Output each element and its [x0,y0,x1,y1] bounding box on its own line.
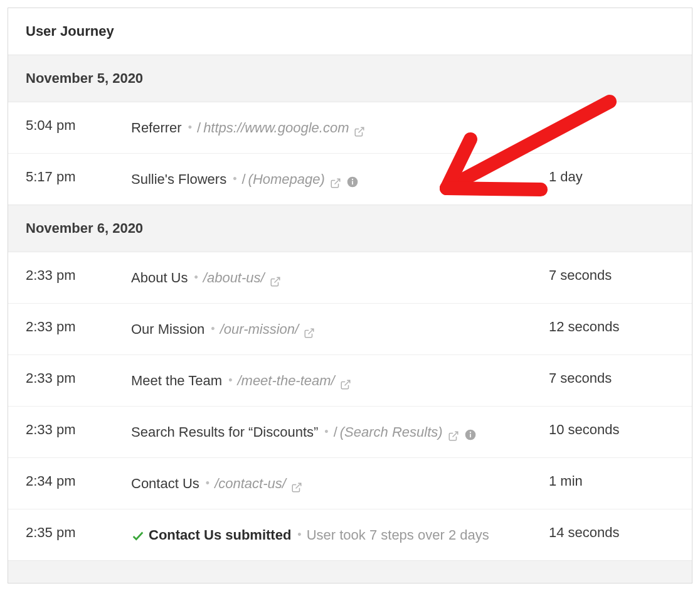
external-link-icon[interactable] [330,174,341,185]
svg-line-0 [359,127,364,132]
info-icon[interactable] [346,173,359,186]
journey-entry: 5:04 pmReferrer•/https://www.google.com [8,102,692,154]
separator-dot: • [233,173,236,185]
panel-header: User Journey [8,8,692,55]
separator-dot: • [206,477,209,489]
entry-main: Referrer•/https://www.google.com [131,117,549,138]
entry-path: /our-mission/ [220,321,299,337]
journey-entry: 2:35 pmContact Us submitted•User took 7 … [8,509,692,560]
entry-path: /https://www.google.com [197,120,349,136]
entry-duration: 10 seconds [549,422,674,438]
date-group-header: November 5, 2020 [8,55,692,102]
entry-path: /(Search Results) [334,424,443,440]
entry-path: /about-us/ [203,270,265,285]
separator-dot: • [211,322,215,335]
svg-rect-3 [352,181,353,185]
svg-line-12 [295,483,300,488]
journey-entry: 2:34 pmContact Us•/contact-us/1 min [8,458,692,509]
entry-time: 2:34 pm [26,473,131,489]
svg-line-6 [309,329,314,334]
entry-title: Referrer [131,120,182,136]
svg-line-7 [344,380,349,385]
entry-title: Search Results for “Discounts” [131,424,318,440]
external-link-icon[interactable] [291,478,302,489]
entry-duration: 7 seconds [549,267,674,284]
entry-meta: User took 7 steps over 2 days [307,527,489,543]
separator-dot: • [297,528,301,541]
svg-line-8 [452,432,457,437]
external-link-icon[interactable] [354,122,365,134]
entry-duration: 1 day [549,169,674,185]
svg-point-4 [352,179,353,180]
entry-main: Sullie's Flowers•/(Homepage) [131,169,549,189]
journey-entry: 2:33 pmMeet the Team•/meet-the-team/7 se… [8,355,692,407]
entry-duration: 1 min [549,473,674,489]
entry-path: /meet-the-team/ [237,373,334,388]
entry-title: Contact Us submitted [149,527,291,543]
entry-main: Our Mission•/our-mission/ [131,319,549,339]
external-link-icon[interactable] [448,427,459,438]
info-icon[interactable] [464,426,477,439]
entry-path: /contact-us/ [215,476,286,491]
external-link-icon[interactable] [304,324,315,335]
svg-point-11 [469,432,470,433]
entry-time: 5:04 pm [26,117,131,134]
entry-time: 2:33 pm [26,422,131,438]
journey-entry: 2:33 pmAbout Us•/about-us/7 seconds [8,252,692,304]
entry-time: 2:33 pm [26,319,131,335]
check-icon [131,528,145,541]
entry-title: Our Mission [131,321,204,337]
svg-rect-10 [470,434,471,438]
entry-main: Contact Us submitted•User took 7 steps o… [131,525,549,545]
panel-footer-space [8,560,692,583]
entry-duration: 7 seconds [549,370,674,386]
svg-line-5 [274,277,279,282]
entry-time: 2:33 pm [26,267,131,284]
external-link-icon[interactable] [340,375,351,386]
separator-dot: • [228,374,232,386]
entry-path: /(Homepage) [241,171,324,187]
separator-dot: • [194,271,198,284]
user-journey-panel: User Journey November 5, 20205:04 pmRefe… [8,8,692,584]
entry-time: 2:35 pm [26,525,131,541]
entry-main: Meet the Team•/meet-the-team/ [131,370,549,391]
journey-entry: 2:33 pmSearch Results for “Discounts”•/(… [8,407,692,458]
entry-title: About Us [131,270,188,285]
svg-line-1 [334,179,339,184]
external-link-icon[interactable] [270,272,281,284]
entry-title: Meet the Team [131,373,222,388]
separator-dot: • [188,121,192,134]
date-group-header: November 6, 2020 [8,205,692,252]
entry-time: 5:17 pm [26,169,131,185]
entry-title: Sullie's Flowers [131,171,226,187]
entry-main: Search Results for “Discounts”•/(Search … [131,422,549,442]
entry-duration: 12 seconds [549,319,674,335]
entry-title: Contact Us [131,476,199,491]
separator-dot: • [324,425,328,438]
entry-duration: 14 seconds [549,525,674,541]
panel-title: User Journey [26,23,674,40]
entry-time: 2:33 pm [26,370,131,386]
entry-main: Contact Us•/contact-us/ [131,473,549,494]
journey-entry: 5:17 pmSullie's Flowers•/(Homepage)1 day [8,154,692,205]
entry-main: About Us•/about-us/ [131,267,549,288]
journey-entry: 2:33 pmOur Mission•/our-mission/12 secon… [8,304,692,355]
